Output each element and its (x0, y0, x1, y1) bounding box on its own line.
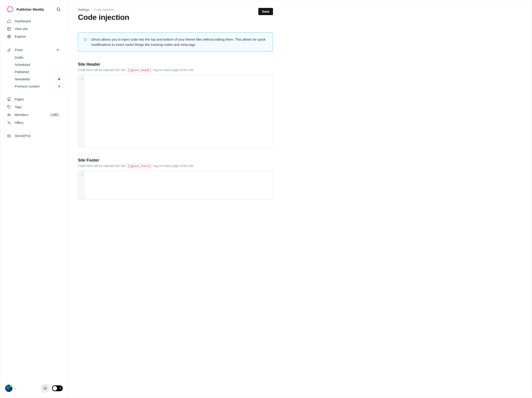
users-icon (7, 113, 11, 117)
gutter-line-number: 1 (78, 171, 84, 199)
nav-label: Drafts (15, 56, 60, 59)
svg-point-15 (8, 121, 9, 122)
home-icon (7, 19, 11, 23)
nav-item-scheduled[interactable]: Scheduled (3, 61, 64, 68)
breadcrumb-current: Code injection (94, 8, 114, 12)
section-description: Code here will be injected into the {{gh… (78, 164, 273, 168)
nav-item-drafts[interactable]: Drafts (3, 54, 64, 61)
ghost-head-tag-code: {{ghost_head}} (126, 68, 153, 72)
search-button[interactable] (56, 7, 61, 12)
nav-section-top: Dashboard View site Explore (3, 17, 64, 40)
nav-label: Explore (15, 35, 60, 38)
nav-label: Newsletter (15, 77, 55, 81)
svg-point-12 (8, 114, 9, 115)
brand-logo-icon (7, 6, 13, 12)
brand-name: Publisher Weekly (17, 7, 53, 11)
desc-text-before: Code here will be injected into the (78, 164, 126, 168)
sidebar-footer: ✳ (0, 380, 67, 398)
header-left: Settings › Code injection Code injection (78, 8, 129, 22)
page-title: Code injection (78, 13, 129, 22)
search-icon (56, 7, 61, 12)
svg-point-19 (9, 136, 9, 136)
nav-label: Scheduled (15, 63, 60, 67)
status-dot-icon (10, 385, 13, 387)
svg-line-28 (84, 41, 84, 41)
dot-indicator-icon (58, 78, 60, 80)
site-header-section: Site Header Code here will be injected i… (78, 62, 273, 148)
nav-label: Published (15, 70, 60, 74)
primary-nav: Dashboard View site Explore (0, 14, 67, 145)
svg-rect-10 (8, 98, 10, 100)
avatar-icon (5, 385, 13, 392)
app-root: Publisher Weekly Dashboard View site (0, 0, 532, 398)
svg-line-26 (84, 38, 84, 38)
nav-item-explore[interactable]: Explore (3, 33, 64, 40)
members-count-badge: 1,863 (49, 112, 60, 117)
nav-label: View site (15, 27, 60, 31)
dot-indicator-icon (58, 86, 60, 87)
site-footer-section: Site Footer Code here will be injected i… (78, 158, 273, 200)
svg-line-29 (87, 38, 87, 38)
save-button[interactable]: Save (258, 8, 273, 15)
nav-item-members[interactable]: Members 1,863 (3, 111, 64, 119)
nav-label: Premium content (15, 85, 55, 88)
sun-icon: ✳ (59, 387, 61, 390)
section-description: Code here will be injected into the {{gh… (78, 68, 273, 72)
nav-label: Pages (15, 98, 60, 101)
nav-section-lower: Pages Tags Members 1,863 (3, 95, 64, 127)
ghost-foot-tag-code: {{ghost_foot}} (126, 164, 153, 168)
nav-item-offers[interactable]: Offers (3, 119, 64, 127)
settings-button[interactable] (41, 384, 50, 393)
nav-item-posts[interactable]: Posts (3, 46, 64, 54)
nav-item-pages[interactable]: Pages (3, 95, 64, 103)
svg-rect-2 (7, 27, 11, 31)
nav-item-newsletter[interactable]: Newsletter (3, 75, 64, 83)
gutter-line-number: 1 (78, 75, 84, 147)
nav-label: Members (15, 113, 45, 117)
svg-point-20 (45, 388, 46, 389)
svg-point-18 (8, 136, 9, 136)
nav-label: Posts (15, 48, 52, 52)
chevron-right-icon: › (91, 8, 92, 12)
globe-icon (7, 35, 11, 39)
nav-item-view-site[interactable]: View site (3, 25, 64, 33)
new-post-button[interactable] (56, 48, 60, 52)
gear-icon (43, 386, 47, 391)
nav-label: Offers (15, 121, 60, 124)
header-actions: Save (258, 8, 273, 15)
copy-icon (7, 97, 11, 101)
sidebar: Publisher Weekly Dashboard View site (0, 0, 67, 398)
page-header: Settings › Code injection Code injection… (78, 8, 273, 22)
theme-toggle[interactable]: ✳ (52, 385, 63, 391)
user-menu-button[interactable] (5, 385, 17, 392)
info-banner: Ghost allows you to inject code into the… (78, 32, 273, 52)
sidebar-header: Publisher Weekly (0, 0, 67, 14)
edit-icon (7, 48, 11, 52)
svg-rect-17 (7, 135, 11, 137)
site-header-textarea[interactable] (84, 75, 273, 147)
nav-item-published[interactable]: Published (3, 68, 64, 75)
nav-label: Tags (15, 105, 60, 109)
nav-label: Dashboard (15, 19, 60, 23)
breadcrumb: Settings › Code injection (78, 8, 129, 12)
desc-text-after: tag on every page of the site (153, 68, 194, 72)
lightbulb-icon (83, 37, 88, 47)
breadcrumb-root[interactable]: Settings (78, 8, 89, 12)
nav-section-posts: Posts Drafts Scheduled Published (3, 46, 64, 90)
nav-section-pro: Ghost(Pro) (3, 132, 64, 140)
nav-item-premium-content[interactable]: Premium content (3, 83, 64, 90)
nav-label: Ghost(Pro) (15, 134, 60, 138)
nav-item-ghost-pro[interactable]: Ghost(Pro) (3, 132, 64, 140)
layout-icon (7, 27, 11, 31)
plus-icon (56, 48, 60, 52)
tag-icon (7, 105, 11, 109)
nav-item-tags[interactable]: Tags (3, 103, 64, 111)
desc-text-before: Code here will be injected into the (78, 68, 126, 72)
site-footer-textarea[interactable] (84, 171, 273, 199)
site-footer-code-editor: 1 (78, 171, 273, 200)
svg-point-13 (9, 114, 10, 115)
nav-item-dashboard[interactable]: Dashboard (3, 17, 64, 25)
main-content: Settings › Code injection Code injection… (67, 0, 532, 398)
desc-text-after: tag on every page of the site (153, 164, 194, 168)
section-title: Site Footer (78, 158, 273, 163)
